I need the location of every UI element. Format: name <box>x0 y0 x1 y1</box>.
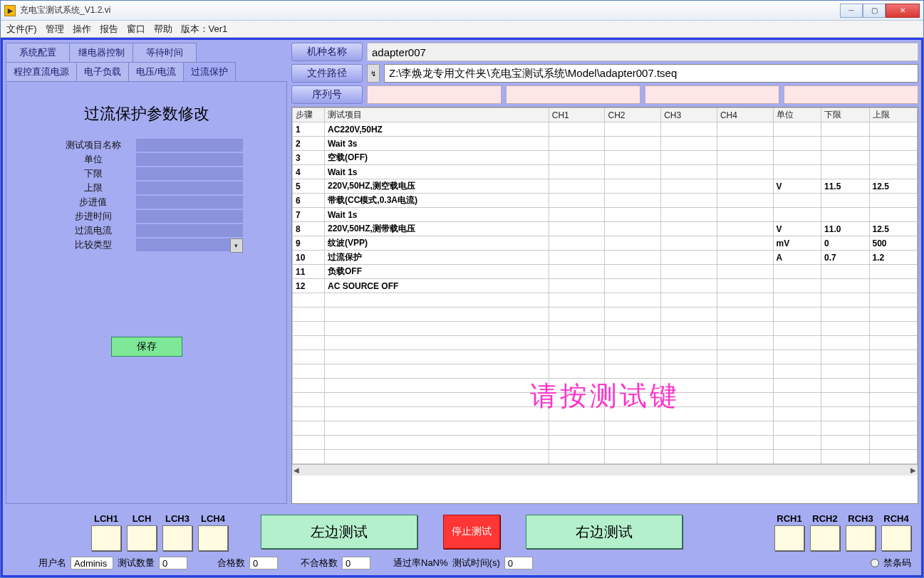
menubar: 文件(F) 管理 操作 报告 窗口 帮助 版本：Ver1 <box>1 21 923 38</box>
h-scrollbar[interactable]: ◀▶ <box>292 464 918 475</box>
close-button[interactable]: ✕ <box>886 4 920 18</box>
rch-indicator[interactable] <box>881 525 911 551</box>
path-browse-icon[interactable]: ↯ <box>367 64 380 83</box>
table-row[interactable]: 7Wait 1s <box>293 208 918 222</box>
model-value[interactable]: adapter007 <box>367 43 918 61</box>
table-row[interactable] <box>293 336 918 350</box>
user-value: Adminis <box>71 557 113 569</box>
barcode-radio[interactable] <box>871 559 879 567</box>
field-input[interactable] <box>136 139 243 152</box>
field-input[interactable] <box>136 210 243 223</box>
col-header[interactable]: 单位 <box>773 108 821 122</box>
time-value: 0 <box>504 557 533 569</box>
menu-help[interactable]: 帮助 <box>154 23 172 36</box>
serial-label: 序列号 <box>291 85 363 104</box>
table-row[interactable] <box>293 407 918 421</box>
left-test-button[interactable]: 左边测试 <box>261 515 417 549</box>
channel-label: LCH1 <box>94 513 118 524</box>
table-row[interactable]: 9纹波(VPP)mV0500 <box>293 236 918 251</box>
tab-eload[interactable]: 电子负载 <box>76 62 129 81</box>
menu-report[interactable]: 报告 <box>100 23 118 36</box>
table-row[interactable] <box>293 379 918 393</box>
menu-file[interactable]: 文件(F) <box>6 23 37 36</box>
col-header[interactable]: CH1 <box>549 108 605 122</box>
table-row[interactable] <box>293 293 918 308</box>
rch-block-2: RCH3 <box>846 513 876 551</box>
field-label: 测试项目名称 <box>51 139 136 152</box>
table-row[interactable] <box>293 450 918 464</box>
rch-indicator[interactable] <box>846 525 876 551</box>
serial-field-3[interactable] <box>645 85 779 104</box>
table-row[interactable]: 5220V,50HZ,测空载电压V11.512.5 <box>293 179 918 194</box>
right-test-button[interactable]: 右边测试 <box>526 515 682 549</box>
form-row-2: 下限 <box>51 167 243 180</box>
table-row[interactable] <box>293 308 918 322</box>
rch-indicator[interactable] <box>810 525 840 551</box>
tab-ocp[interactable]: 过流保护 <box>183 62 236 81</box>
table-row[interactable] <box>293 322 918 336</box>
stop-test-button[interactable]: 停止测试 <box>443 515 500 549</box>
field-label: 上限 <box>51 182 136 194</box>
lch-indicator[interactable] <box>91 525 121 551</box>
col-header[interactable]: 下限 <box>821 108 869 122</box>
table-row[interactable]: 3空载(OFF) <box>293 151 918 165</box>
field-input[interactable] <box>136 167 243 180</box>
minimize-button[interactable]: ─ <box>840 4 863 18</box>
table-row[interactable]: 2Wait 3s <box>293 137 918 151</box>
field-input[interactable] <box>136 153 243 166</box>
col-header[interactable]: CH4 <box>717 108 773 122</box>
col-header[interactable]: 测试项目 <box>324 108 549 122</box>
serial-field-4[interactable] <box>784 85 918 104</box>
barcode-label: 禁条码 <box>883 557 911 569</box>
rch-indicator[interactable] <box>774 525 804 551</box>
lch-indicator[interactable] <box>127 525 157 551</box>
form-row-7: 比较类型 <box>51 238 243 251</box>
form-row-0: 测试项目名称 <box>51 139 243 152</box>
col-header[interactable]: CH3 <box>661 108 717 122</box>
menu-window[interactable]: 窗口 <box>127 23 145 36</box>
serial-field-2[interactable] <box>506 85 640 104</box>
path-value[interactable]: Z:\李焕龙专用文件夹\充电宝测试系统\Model\adapter007.tse… <box>384 64 918 83</box>
table-row[interactable]: 11负载OFF <box>293 265 918 279</box>
menu-operate[interactable]: 操作 <box>73 23 91 36</box>
table-row[interactable] <box>293 393 918 407</box>
field-input[interactable] <box>136 224 243 237</box>
left-heading: 过流保护参数修改 <box>84 103 209 125</box>
field-input[interactable] <box>136 238 243 251</box>
col-header[interactable]: 步骤 <box>293 108 325 122</box>
rch-block-3: RCH4 <box>881 513 911 551</box>
lch-indicator[interactable] <box>162 525 192 551</box>
menu-version[interactable]: 版本：Ver1 <box>181 23 228 36</box>
table-row[interactable]: 1AC220V,50HZ <box>293 122 918 137</box>
table-row[interactable]: 12AC SOURCE OFF <box>293 279 918 293</box>
col-header[interactable]: CH2 <box>605 108 661 122</box>
table-row[interactable]: 10过流保护A0.71.2 <box>293 251 918 265</box>
field-label: 单位 <box>51 153 136 166</box>
table-row[interactable] <box>293 436 918 450</box>
titlebar: ▶ 充电宝测试系统_V1.2.vi ─ ▢ ✕ <box>1 1 923 21</box>
table-row[interactable] <box>293 350 918 364</box>
tab-voltcurr[interactable]: 电压/电流 <box>128 62 184 81</box>
lch-indicator[interactable] <box>198 525 228 551</box>
rch-block-0: RCH1 <box>774 513 804 551</box>
table-row[interactable]: 4Wait 1s <box>293 165 918 179</box>
table-row[interactable]: 8220V,50HZ,测带载电压V11.012.5 <box>293 222 918 236</box>
tab-sysconfig[interactable]: 系统配置 <box>6 43 70 62</box>
table-row[interactable] <box>293 421 918 436</box>
menu-manage[interactable]: 管理 <box>46 23 64 36</box>
field-input[interactable] <box>136 182 243 194</box>
tab-dcpower[interactable]: 程控直流电源 <box>6 62 77 81</box>
count-value: 0 <box>159 557 187 569</box>
table-row[interactable] <box>293 364 918 379</box>
path-label: 文件路径 <box>291 64 363 83</box>
fail-label: 不合格数 <box>301 557 338 569</box>
tab-relay[interactable]: 继电器控制 <box>69 43 133 62</box>
table-row[interactable]: 6带载(CC模式,0.3A电流) <box>293 194 918 208</box>
field-input[interactable] <box>136 196 243 209</box>
serial-field-1[interactable] <box>367 85 502 104</box>
save-button[interactable]: 保存 <box>111 337 182 357</box>
tab-wait[interactable]: 等待时间 <box>133 43 197 62</box>
maximize-button[interactable]: ▢ <box>863 4 886 18</box>
lch-block-1: LCH <box>127 513 157 551</box>
col-header[interactable]: 上限 <box>869 108 918 122</box>
